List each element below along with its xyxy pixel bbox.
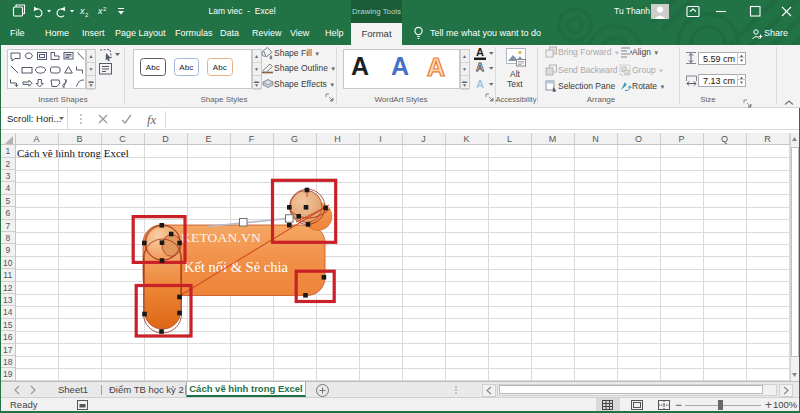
- svg-text:KETOAN.VN: KETOAN.VN: [181, 230, 261, 245]
